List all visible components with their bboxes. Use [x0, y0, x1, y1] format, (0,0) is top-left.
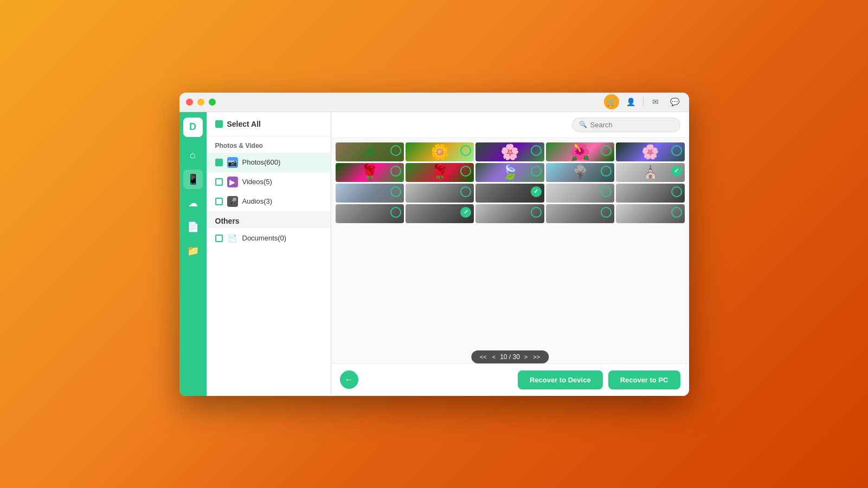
photo-select-circle[interactable] [671, 186, 682, 197]
next-page-button[interactable]: > [523, 354, 529, 360]
audios-label: Audios(3) [242, 197, 273, 205]
photo-item[interactable] [336, 184, 404, 203]
search-input[interactable] [590, 121, 672, 129]
photo-select-circle[interactable] [601, 207, 612, 218]
page-info: 10 / 30 [500, 353, 520, 361]
chat-icon[interactable]: 💬 [667, 94, 683, 109]
photo-item[interactable]: 🌹 [336, 163, 404, 182]
photo-select-circle[interactable] [460, 186, 471, 197]
photo-select-circle[interactable] [531, 186, 542, 197]
sidebar-item-folder[interactable]: 📁 [183, 241, 203, 261]
photo-grid-wrapper: 🌲 🌼 🌸 [331, 138, 689, 363]
photo-select-circle[interactable] [601, 145, 612, 156]
photo-item[interactable]: 🌳 [546, 163, 614, 182]
photo-select-circle[interactable] [460, 145, 471, 156]
photos-icon: 📷 [227, 157, 238, 168]
documents-checkbox[interactable] [215, 235, 223, 242]
close-button[interactable] [186, 99, 193, 106]
mail-icon[interactable]: ✉ [648, 94, 663, 109]
photo-select-circle[interactable] [460, 207, 471, 218]
photo-select-circle[interactable] [390, 145, 401, 156]
nav-panel: Select All Photos & Video 📷 Photos(600) … [207, 112, 331, 396]
prev-page-button[interactable]: < [491, 354, 497, 360]
photo-item[interactable]: 🌲 [336, 142, 404, 161]
sidebar-item-device[interactable]: 📱 [183, 170, 203, 189]
photo-select-circle[interactable] [671, 207, 682, 218]
photo-item[interactable]: 🌸 [475, 142, 544, 161]
footer: ← Recover to Device Recover to PC [331, 363, 689, 396]
documents-label: Documents(0) [242, 234, 287, 242]
select-all-bar[interactable]: Select All [207, 112, 331, 136]
photo-select-circle[interactable] [531, 166, 542, 177]
photo-item[interactable]: 🍃 [475, 163, 544, 182]
nav-item-audios[interactable]: 🎤 Audios(3) [207, 192, 331, 211]
main-window: 🛒 👤 ✉ 💬 D ⌂ 📱 ☁ 📄 📁 Select All Photos & [179, 93, 689, 396]
sidebar-item-cloud[interactable]: ☁ [183, 193, 203, 213]
photo-select-circle[interactable] [601, 186, 612, 197]
recover-to-pc-button[interactable]: Recover to PC [608, 370, 680, 389]
pagination: << < 10 / 30 > >> [471, 350, 549, 363]
cart-icon[interactable]: 🛒 [604, 94, 619, 109]
photos-label: Photos(600) [242, 158, 281, 166]
user-icon[interactable]: 👤 [623, 94, 639, 109]
photo-select-circle[interactable] [460, 166, 471, 177]
sidebar: D ⌂ 📱 ☁ 📄 📁 [179, 112, 207, 396]
photo-item[interactable] [546, 184, 614, 203]
photo-select-circle[interactable] [531, 207, 542, 218]
titlebar: 🛒 👤 ✉ 💬 [179, 93, 689, 112]
photo-item[interactable] [475, 204, 544, 223]
nav-item-videos[interactable]: ▶ Videos(5) [207, 172, 331, 192]
maximize-button[interactable] [209, 99, 216, 106]
audios-checkbox[interactable] [215, 198, 223, 205]
photo-item[interactable] [546, 204, 614, 223]
section-title-others: Others [207, 211, 331, 229]
content-panel: 🔍 🌲 🌼 [331, 112, 689, 396]
back-button[interactable]: ← [340, 370, 358, 389]
separator [643, 96, 644, 107]
window-controls [186, 99, 216, 106]
videos-icon: ▶ [227, 177, 238, 187]
first-page-button[interactable]: << [479, 354, 488, 360]
sidebar-item-home[interactable]: ⌂ [183, 146, 203, 165]
photo-item[interactable] [475, 184, 544, 203]
photo-item[interactable] [406, 204, 474, 223]
photo-select-circle[interactable] [601, 166, 612, 177]
photo-grid: 🌲 🌼 🌸 [331, 138, 689, 227]
photo-select-circle[interactable] [390, 186, 401, 197]
photo-item[interactable]: 🌹 [406, 163, 474, 182]
documents-icon: 📄 [227, 233, 238, 244]
minimize-button[interactable] [197, 99, 204, 106]
photo-item[interactable]: 🌼 [406, 142, 474, 161]
audios-icon: 🎤 [227, 196, 238, 207]
nav-item-photos[interactable]: 📷 Photos(600) [207, 153, 331, 172]
photo-select-circle[interactable] [671, 166, 682, 177]
photo-select-circle[interactable] [390, 166, 401, 177]
select-all-label: Select All [227, 120, 261, 128]
photo-item[interactable] [616, 184, 684, 203]
last-page-button[interactable]: >> [532, 354, 541, 360]
nav-item-documents[interactable]: 📄 Documents(0) [207, 229, 331, 248]
photo-select-circle[interactable] [390, 207, 401, 218]
photos-checkbox[interactable] [215, 159, 223, 166]
search-bar[interactable]: 🔍 [572, 118, 680, 132]
photo-item[interactable] [336, 204, 404, 223]
photo-item[interactable] [406, 184, 474, 203]
photo-item[interactable]: 🌸 [616, 142, 684, 161]
recover-to-device-button[interactable]: Recover to Device [518, 370, 603, 389]
section-title-photos-video: Photos & Video [207, 136, 331, 153]
videos-checkbox[interactable] [215, 178, 223, 186]
main-content: D ⌂ 📱 ☁ 📄 📁 Select All Photos & Video 📷 … [179, 112, 689, 396]
sidebar-item-file[interactable]: 📄 [183, 217, 203, 237]
videos-label: Videos(5) [242, 178, 272, 186]
photo-select-circle[interactable] [671, 145, 682, 156]
photo-item[interactable] [616, 204, 684, 223]
select-all-checkbox[interactable] [215, 120, 223, 128]
content-header: 🔍 [331, 112, 689, 138]
photo-item[interactable]: 🌺 [546, 142, 614, 161]
titlebar-icons: 🛒 👤 ✉ 💬 [604, 94, 683, 109]
photo-item[interactable]: ⛪ [616, 163, 684, 182]
search-icon: 🔍 [579, 121, 587, 128]
app-logo: D [183, 118, 203, 137]
photo-select-circle[interactable] [531, 145, 542, 156]
footer-buttons: Recover to Device Recover to PC [518, 370, 680, 389]
